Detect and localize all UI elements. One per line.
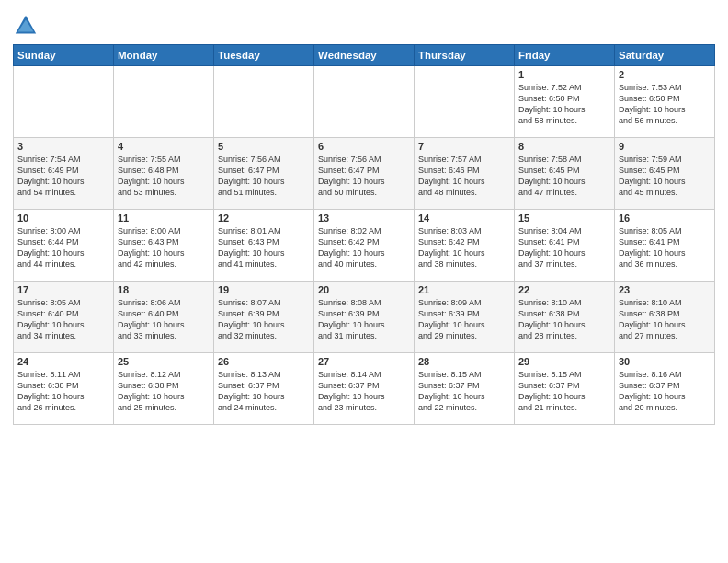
day-cell: 16Sunrise: 8:05 AM Sunset: 6:41 PM Dayli…	[615, 210, 715, 282]
day-number: 5	[218, 141, 310, 152]
day-info: Sunrise: 7:55 AM Sunset: 6:48 PM Dayligh…	[118, 154, 210, 199]
day-number: 15	[518, 213, 610, 224]
week-row-2: 3Sunrise: 7:54 AM Sunset: 6:49 PM Daylig…	[14, 138, 715, 210]
day-info: Sunrise: 8:05 AM Sunset: 6:41 PM Dayligh…	[619, 225, 711, 270]
day-number: 18	[118, 284, 210, 295]
week-row-5: 24Sunrise: 8:11 AM Sunset: 6:38 PM Dayli…	[14, 353, 715, 425]
day-cell: 10Sunrise: 8:00 AM Sunset: 6:44 PM Dayli…	[14, 210, 114, 282]
day-cell: 13Sunrise: 8:02 AM Sunset: 6:42 PM Dayli…	[314, 210, 415, 282]
header-row: SundayMondayTuesdayWednesdayThursdayFrid…	[14, 45, 715, 66]
day-cell	[114, 66, 214, 138]
day-cell: 5Sunrise: 7:56 AM Sunset: 6:47 PM Daylig…	[214, 138, 314, 210]
day-cell: 3Sunrise: 7:54 AM Sunset: 6:49 PM Daylig…	[14, 138, 114, 210]
day-info: Sunrise: 8:01 AM Sunset: 6:43 PM Dayligh…	[218, 225, 310, 270]
day-cell: 23Sunrise: 8:10 AM Sunset: 6:38 PM Dayli…	[615, 282, 715, 353]
day-number: 25	[118, 356, 210, 367]
day-cell: 30Sunrise: 8:16 AM Sunset: 6:37 PM Dayli…	[615, 353, 715, 425]
day-info: Sunrise: 8:06 AM Sunset: 6:40 PM Dayligh…	[118, 297, 210, 342]
day-number: 4	[118, 141, 210, 152]
day-cell: 28Sunrise: 8:15 AM Sunset: 6:37 PM Dayli…	[415, 353, 515, 425]
day-number: 27	[318, 356, 410, 367]
day-number: 1	[518, 69, 610, 80]
week-row-3: 10Sunrise: 8:00 AM Sunset: 6:44 PM Dayli…	[14, 210, 715, 282]
day-info: Sunrise: 7:56 AM Sunset: 6:47 PM Dayligh…	[218, 154, 310, 199]
day-number: 9	[619, 141, 711, 152]
day-info: Sunrise: 8:10 AM Sunset: 6:38 PM Dayligh…	[619, 297, 711, 342]
day-number: 24	[17, 356, 109, 367]
day-info: Sunrise: 8:03 AM Sunset: 6:42 PM Dayligh…	[418, 225, 510, 270]
day-cell: 21Sunrise: 8:09 AM Sunset: 6:39 PM Dayli…	[415, 282, 515, 353]
day-cell: 29Sunrise: 8:15 AM Sunset: 6:37 PM Dayli…	[515, 353, 615, 425]
week-row-1: 1Sunrise: 7:52 AM Sunset: 6:50 PM Daylig…	[14, 66, 715, 138]
day-cell: 8Sunrise: 7:58 AM Sunset: 6:45 PM Daylig…	[515, 138, 615, 210]
day-info: Sunrise: 8:13 AM Sunset: 6:37 PM Dayligh…	[218, 369, 310, 414]
day-number: 28	[418, 356, 510, 367]
day-info: Sunrise: 8:08 AM Sunset: 6:39 PM Dayligh…	[318, 297, 410, 342]
day-cell: 11Sunrise: 8:00 AM Sunset: 6:43 PM Dayli…	[114, 210, 214, 282]
day-info: Sunrise: 8:07 AM Sunset: 6:39 PM Dayligh…	[218, 297, 310, 342]
day-number: 14	[418, 213, 510, 224]
day-number: 21	[418, 284, 510, 295]
day-number: 2	[619, 69, 711, 80]
day-info: Sunrise: 8:00 AM Sunset: 6:43 PM Dayligh…	[118, 225, 210, 270]
column-header-saturday: Saturday	[615, 45, 715, 66]
day-info: Sunrise: 8:15 AM Sunset: 6:37 PM Dayligh…	[518, 369, 610, 414]
day-info: Sunrise: 8:16 AM Sunset: 6:37 PM Dayligh…	[619, 369, 711, 414]
day-number: 22	[518, 284, 610, 295]
column-header-tuesday: Tuesday	[214, 45, 314, 66]
day-info: Sunrise: 8:14 AM Sunset: 6:37 PM Dayligh…	[318, 369, 410, 414]
day-number: 11	[118, 213, 210, 224]
day-number: 8	[518, 141, 610, 152]
column-header-thursday: Thursday	[415, 45, 515, 66]
day-info: Sunrise: 8:02 AM Sunset: 6:42 PM Dayligh…	[318, 225, 410, 270]
day-number: 30	[619, 356, 711, 367]
day-info: Sunrise: 7:52 AM Sunset: 6:50 PM Dayligh…	[518, 82, 610, 127]
day-number: 19	[218, 284, 310, 295]
day-cell: 19Sunrise: 8:07 AM Sunset: 6:39 PM Dayli…	[214, 282, 314, 353]
day-cell: 6Sunrise: 7:56 AM Sunset: 6:47 PM Daylig…	[314, 138, 415, 210]
day-info: Sunrise: 8:12 AM Sunset: 6:38 PM Dayligh…	[118, 369, 210, 414]
day-cell: 1Sunrise: 7:52 AM Sunset: 6:50 PM Daylig…	[515, 66, 615, 138]
week-row-4: 17Sunrise: 8:05 AM Sunset: 6:40 PM Dayli…	[14, 282, 715, 353]
day-cell: 12Sunrise: 8:01 AM Sunset: 6:43 PM Dayli…	[214, 210, 314, 282]
day-info: Sunrise: 7:59 AM Sunset: 6:45 PM Dayligh…	[619, 154, 711, 199]
day-cell: 20Sunrise: 8:08 AM Sunset: 6:39 PM Dayli…	[314, 282, 415, 353]
day-cell	[314, 66, 415, 138]
day-cell: 15Sunrise: 8:04 AM Sunset: 6:41 PM Dayli…	[515, 210, 615, 282]
day-info: Sunrise: 8:04 AM Sunset: 6:41 PM Dayligh…	[518, 225, 610, 270]
day-cell: 4Sunrise: 7:55 AM Sunset: 6:48 PM Daylig…	[114, 138, 214, 210]
day-cell: 27Sunrise: 8:14 AM Sunset: 6:37 PM Dayli…	[314, 353, 415, 425]
day-cell: 24Sunrise: 8:11 AM Sunset: 6:38 PM Dayli…	[14, 353, 114, 425]
day-number: 16	[619, 213, 711, 224]
column-header-wednesday: Wednesday	[314, 45, 415, 66]
header	[13, 9, 715, 39]
day-info: Sunrise: 8:10 AM Sunset: 6:38 PM Dayligh…	[518, 297, 610, 342]
day-number: 6	[318, 141, 410, 152]
day-info: Sunrise: 8:00 AM Sunset: 6:44 PM Dayligh…	[17, 225, 109, 270]
day-cell: 25Sunrise: 8:12 AM Sunset: 6:38 PM Dayli…	[114, 353, 214, 425]
day-cell: 2Sunrise: 7:53 AM Sunset: 6:50 PM Daylig…	[615, 66, 715, 138]
day-cell: 17Sunrise: 8:05 AM Sunset: 6:40 PM Dayli…	[14, 282, 114, 353]
logo-icon	[13, 13, 39, 39]
day-number: 26	[218, 356, 310, 367]
day-info: Sunrise: 7:54 AM Sunset: 6:49 PM Dayligh…	[17, 154, 109, 199]
day-info: Sunrise: 8:09 AM Sunset: 6:39 PM Dayligh…	[418, 297, 510, 342]
day-cell: 14Sunrise: 8:03 AM Sunset: 6:42 PM Dayli…	[415, 210, 515, 282]
calendar-table: SundayMondayTuesdayWednesdayThursdayFrid…	[13, 44, 715, 425]
day-cell: 18Sunrise: 8:06 AM Sunset: 6:40 PM Dayli…	[114, 282, 214, 353]
column-header-monday: Monday	[114, 45, 214, 66]
day-number: 29	[518, 356, 610, 367]
day-number: 23	[619, 284, 711, 295]
day-number: 10	[17, 213, 109, 224]
column-header-friday: Friday	[515, 45, 615, 66]
day-cell	[14, 66, 114, 138]
day-number: 7	[418, 141, 510, 152]
day-cell: 26Sunrise: 8:13 AM Sunset: 6:37 PM Dayli…	[214, 353, 314, 425]
day-number: 13	[318, 213, 410, 224]
day-info: Sunrise: 7:57 AM Sunset: 6:46 PM Dayligh…	[418, 154, 510, 199]
column-header-sunday: Sunday	[14, 45, 114, 66]
day-info: Sunrise: 7:53 AM Sunset: 6:50 PM Dayligh…	[619, 82, 711, 127]
day-number: 17	[17, 284, 109, 295]
day-number: 20	[318, 284, 410, 295]
day-cell	[415, 66, 515, 138]
